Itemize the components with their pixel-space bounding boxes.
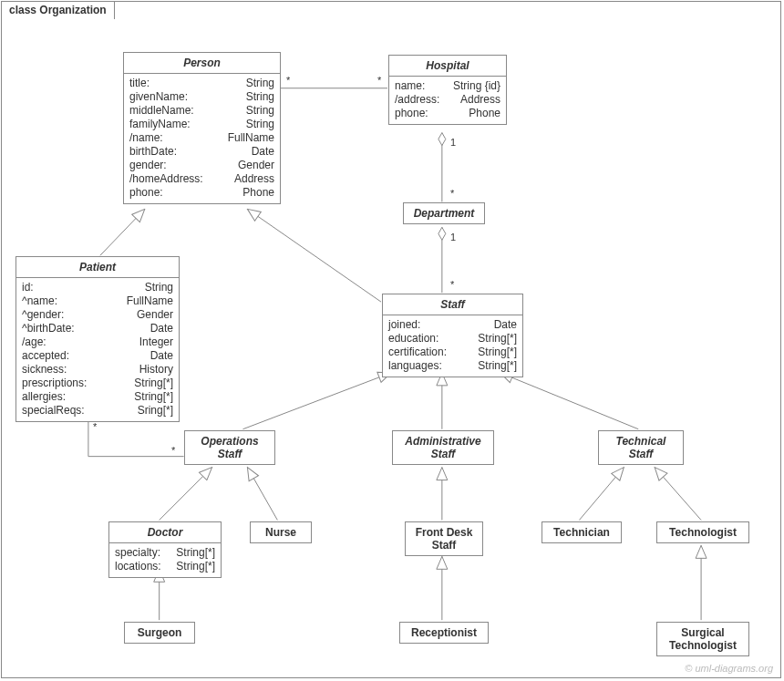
frame-title-text: class Organization — [9, 4, 107, 16]
svg-line-7 — [500, 373, 639, 429]
class-title: Surgeon — [125, 623, 194, 643]
class-attrs: title:StringgivenName:StringmiddleName:S… — [124, 74, 280, 203]
class-title: Operations Staff — [185, 431, 274, 464]
class-title: Receptionist — [400, 623, 488, 643]
mult: * — [93, 421, 97, 432]
class-title: Department — [404, 203, 484, 223]
svg-line-8 — [160, 468, 212, 521]
class-title: Technical Staff — [599, 431, 683, 464]
watermark: © uml-diagrams.org — [685, 663, 773, 674]
class-technician: Technician — [542, 521, 622, 543]
class-receptionist: Receptionist — [399, 622, 489, 644]
class-tech-staff: Technical Staff — [598, 430, 684, 465]
mult: * — [377, 75, 381, 86]
class-patient: Patient id:String^name:FullName^gender:G… — [15, 256, 180, 422]
class-title: Technologist — [657, 522, 748, 542]
mult: * — [450, 188, 454, 199]
class-staff: Staff joined:Dateeducation:String[*]cert… — [382, 294, 523, 377]
class-ops-staff: Operations Staff — [184, 430, 275, 465]
class-hospital: Hospital name:String {id}/address:Addres… — [388, 55, 507, 125]
class-title: Surgical Technologist — [657, 623, 748, 655]
class-title: Doctor — [109, 522, 221, 543]
class-title: Administrative Staff — [393, 431, 493, 464]
class-doctor: Doctor specialty:String[*]locations:Stri… — [108, 521, 222, 578]
class-title: Front Desk Staff — [406, 522, 482, 555]
svg-line-4 — [247, 209, 381, 302]
svg-line-12 — [655, 468, 701, 521]
class-title: Technician — [542, 522, 621, 542]
uml-frame: class Organization — [1, 1, 781, 678]
class-title: Hospital — [389, 56, 506, 77]
class-attrs: name:String {id}/address:Addressphone:Ph… — [389, 77, 506, 124]
svg-line-9 — [247, 468, 277, 521]
class-person: Person title:StringgivenName:Stringmiddl… — [123, 52, 281, 204]
class-title: Person — [124, 53, 280, 74]
class-attrs: specialty:String[*]locations:String[*] — [109, 543, 221, 577]
mult: * — [286, 75, 290, 86]
class-title: Nurse — [251, 522, 311, 542]
mult: * — [450, 279, 454, 290]
class-attrs: joined:Dateeducation:String[*]certificat… — [383, 315, 522, 377]
class-attrs: id:String^name:FullName^gender:Gender^bi… — [16, 278, 179, 421]
mult: 1 — [450, 137, 456, 148]
svg-line-5 — [242, 373, 391, 429]
class-admin-staff: Administrative Staff — [392, 430, 494, 465]
frame-title: class Organization — [1, 1, 115, 19]
mult: * — [171, 445, 175, 456]
class-surgeon: Surgeon — [124, 622, 195, 644]
class-technologist: Technologist — [656, 521, 749, 543]
svg-line-11 — [579, 468, 624, 521]
class-surgtech: Surgical Technologist — [656, 622, 749, 656]
mult: 1 — [450, 232, 456, 242]
class-frontdesk: Front Desk Staff — [405, 521, 483, 556]
class-title: Staff — [383, 294, 522, 315]
class-title: Patient — [16, 257, 179, 278]
class-nurse: Nurse — [250, 521, 312, 543]
class-department: Department — [403, 202, 485, 224]
svg-line-3 — [100, 209, 145, 255]
